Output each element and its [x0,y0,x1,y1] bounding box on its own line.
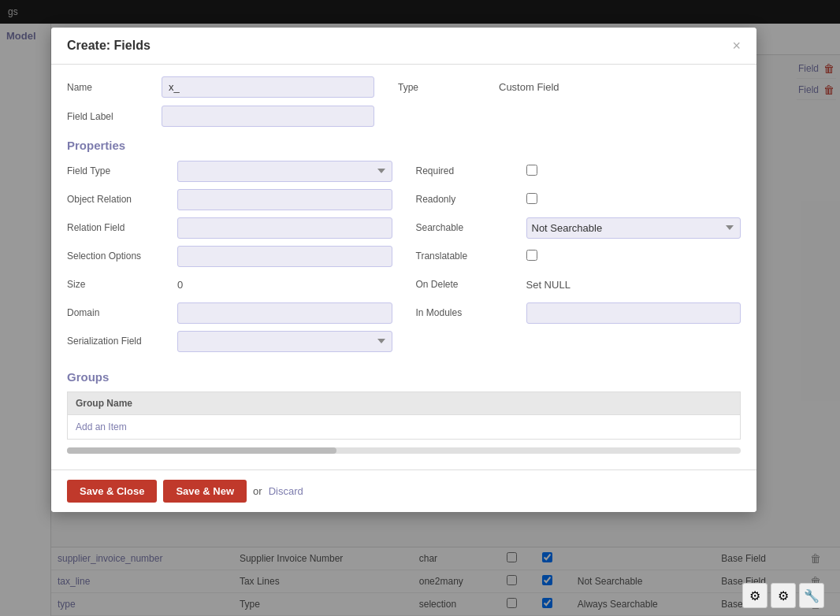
serialization-field-select[interactable] [177,331,392,352]
readonly-label: Readonly [416,194,526,205]
toolbar-icon-1[interactable]: ⚙ [742,583,768,608]
serialization-field-row: Serialization Field [67,330,392,352]
props-left-col: Field Type Object Relation Relation Fiel… [67,160,392,358]
size-label: Size [67,279,177,290]
field-type-label: Field Type [67,165,177,176]
groups-heading: Groups [67,370,741,384]
readonly-row: Readonly [416,188,742,210]
translatable-checkbox[interactable] [526,250,537,261]
scrollbar-area[interactable] [67,447,741,454]
translatable-label: Translatable [416,250,526,262]
serialization-field-label: Serialization Field [67,336,177,347]
field-type-select[interactable] [177,161,392,182]
required-checkbox[interactable] [526,165,537,176]
object-relation-input[interactable] [177,189,392,210]
on-delete-label: On Delete [416,279,526,290]
relation-field-input[interactable] [177,217,392,239]
name-row: Name Type Custom Field [67,76,741,98]
selection-options-label: Selection Options [67,250,177,262]
modal-close-button[interactable]: × [732,39,741,53]
in-modules-row: In Modules [416,302,742,324]
field-type-row: Field Type [67,160,392,182]
searchable-select[interactable]: Not Searchable Always Searchable [526,217,742,239]
object-relation-label: Object Relation [67,194,177,205]
name-label: Name [67,82,162,93]
groups-table-header: Group Name [68,392,741,415]
on-delete-value: Set NULL [526,279,571,291]
selection-options-input[interactable] [177,246,392,267]
props-right-col: Required Readonly Searchable Not S [416,160,742,358]
searchable-label: Searchable [416,222,526,233]
domain-row: Domain [67,302,392,324]
readonly-checkbox[interactable] [526,193,537,204]
translatable-row: Translatable [416,245,742,267]
modal-footer: Save & Close Save & New or Discard [51,469,756,512]
field-label-label: Field Label [67,111,162,122]
groups-add-item-row: Add an Item [68,415,741,440]
type-label: Type [398,82,492,93]
add-item-link[interactable]: Add an Item [76,421,127,432]
relation-field-row: Relation Field [67,217,392,239]
scrollbar-thumb [67,447,336,454]
modal-title: Create: Fields [67,39,151,53]
discard-button[interactable]: Discard [269,485,303,497]
size-value: 0 [177,279,183,291]
properties-grid: Field Type Object Relation Relation Fiel… [67,160,741,358]
toolbar-icon-3[interactable]: 🔧 [799,583,824,608]
object-relation-row: Object Relation [67,188,392,210]
save-new-button[interactable]: Save & New [163,480,247,503]
required-label: Required [416,165,526,176]
bottom-toolbar: ⚙ ⚙ 🔧 [742,583,824,608]
in-modules-label: In Modules [416,307,526,318]
groups-table: Group Name Add an Item [67,391,741,440]
on-delete-row: On Delete Set NULL [416,273,742,295]
create-fields-modal: Create: Fields × Name Type Custom Field … [51,28,756,512]
footer-or: or [253,485,262,497]
save-close-button[interactable]: Save & Close [67,480,157,503]
type-value: Custom Field [492,77,741,97]
required-row: Required [416,160,742,182]
modal-header: Create: Fields × [51,28,756,65]
in-modules-input[interactable] [526,302,742,324]
domain-input[interactable] [177,302,392,324]
modal-body: Name Type Custom Field Field Label Prope… [51,65,756,469]
name-input[interactable] [162,76,374,98]
domain-label: Domain [67,307,177,318]
searchable-row: Searchable Not Searchable Always Searcha… [416,217,742,239]
size-row: Size 0 [67,273,392,295]
field-label-row: Field Label [67,106,741,127]
field-label-input[interactable] [162,106,374,127]
relation-field-label: Relation Field [67,222,177,233]
properties-heading: Properties [67,139,741,152]
toolbar-icon-2[interactable]: ⚙ [771,583,796,608]
selection-options-row: Selection Options [67,245,392,267]
